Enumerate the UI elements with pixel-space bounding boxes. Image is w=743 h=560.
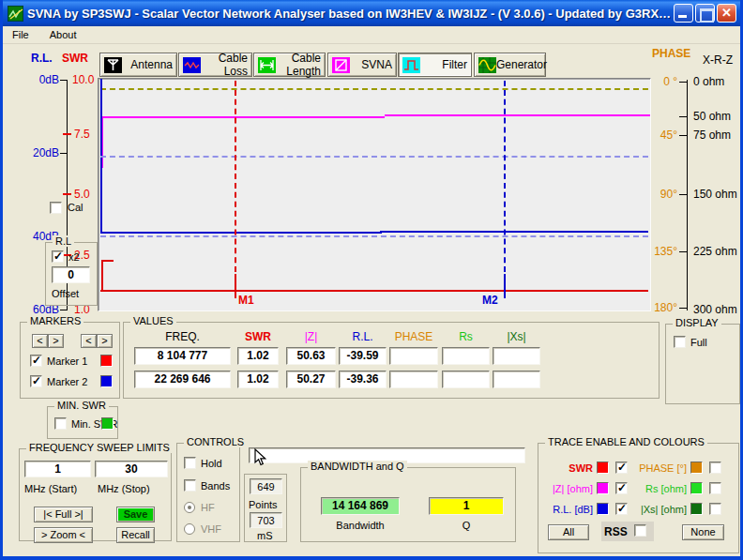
vhf-radio[interactable] (184, 523, 195, 535)
x2-checkbox[interactable] (52, 250, 64, 263)
swr-tick-label: 7.5 (74, 128, 90, 141)
rss-panel: RSS (601, 522, 654, 541)
full-span-button[interactable]: |< Full >| (34, 507, 93, 522)
trace-rl-swatch[interactable] (597, 503, 609, 515)
svna-icon (332, 57, 350, 73)
ohm-tick-label: 150 ohm (693, 188, 737, 201)
marker1-color-swatch[interactable] (100, 355, 113, 367)
sweep-chart[interactable]: M1 M2 (98, 78, 651, 311)
trace-rs-checkbox[interactable] (709, 482, 721, 494)
ohm-tick-label: 50 ohm (693, 110, 731, 123)
min-swr-group: MIN. SWR Min. SWR (47, 406, 118, 439)
hf-radio[interactable] (184, 502, 195, 513)
trace-swr-swatch[interactable] (597, 462, 609, 474)
cable-loss-icon (183, 57, 201, 73)
values-header-freq: FREQ. (134, 330, 231, 343)
trace-z-swatch[interactable] (597, 482, 609, 494)
marker1-checkbox[interactable] (30, 355, 42, 367)
cal-checkbox[interactable] (50, 202, 62, 214)
marker2-tick (504, 274, 506, 298)
trace-none-button[interactable]: None (682, 524, 724, 540)
full-checkbox[interactable] (674, 336, 686, 348)
min-swr-checkbox[interactable] (54, 417, 67, 430)
toolbar-button-cable-loss[interactable]: Cable Loss (178, 53, 252, 77)
marker1-line[interactable] (235, 81, 236, 281)
phase-tick-label: 0 ° (640, 75, 677, 88)
marker2-next-button[interactable]: > (97, 334, 113, 348)
marker2-chart-label: M2 (482, 294, 498, 307)
hf-label: HF (201, 502, 215, 513)
toolbar-button-svna[interactable]: SVNA (327, 53, 397, 77)
hold-checkbox[interactable] (184, 457, 196, 469)
rl-offset-title: R.L (53, 235, 74, 247)
rl-offset-group: R.L x2 0 Offset (45, 242, 98, 306)
toolbar-button-cable-length[interactable]: Cable Length (253, 53, 326, 77)
z-trace (385, 114, 650, 116)
swr-tick-dash (63, 193, 71, 195)
marker1-prev-button[interactable]: < (32, 334, 48, 348)
trace-z-checkbox[interactable] (615, 482, 628, 494)
zoom-button[interactable]: > Zoom < (34, 527, 93, 543)
bands-checkbox[interactable] (184, 479, 196, 492)
toolbar-button-antenna[interactable]: Antenna (99, 53, 177, 77)
minimize-button[interactable] (674, 4, 693, 23)
markers-title: MARKERS (27, 315, 83, 326)
z-trace (100, 116, 385, 118)
hold-label: Hold (201, 458, 222, 469)
right-axis-tick (679, 251, 687, 252)
maximize-button[interactable] (695, 4, 715, 23)
marker2-color-swatch[interactable] (100, 375, 113, 387)
display-title: DISPLAY (673, 317, 721, 328)
q-label: Q (429, 520, 504, 531)
trace-rl-checkbox[interactable] (615, 503, 628, 515)
rss-label: RSS (604, 525, 628, 538)
marker2-checkbox[interactable] (30, 375, 42, 387)
stop-freq-field[interactable]: 30 (95, 461, 168, 477)
trace-rs-swatch[interactable] (690, 482, 703, 494)
phase-tick-label: 180° (640, 301, 677, 314)
left-axis-tick (60, 80, 67, 81)
trace-all-button[interactable]: All (548, 524, 589, 540)
bandwidth-title: BANDWIDTH and Q (308, 461, 407, 472)
title-bar[interactable]: SVNA by SP3SWJ - Scalar Vector Network A… (3, 0, 740, 26)
menu-file[interactable]: File (8, 28, 33, 41)
toolbar-button-filter[interactable]: Filter (398, 53, 472, 77)
marker1-chart-label: M1 (238, 294, 254, 307)
ohm-tick-label: 225 ohm (693, 245, 737, 258)
toolbar-button-generator[interactable]: Generator (474, 53, 546, 77)
trace-swr-checkbox[interactable] (615, 462, 628, 474)
value-rl-2: -39.36 (339, 371, 387, 388)
values-header-rs: Rs (442, 330, 490, 343)
trace-phase-checkbox[interactable] (709, 462, 721, 474)
marker1-next-button[interactable]: > (48, 334, 64, 348)
points-label: Points (249, 499, 278, 510)
start-freq-field[interactable]: 1 (24, 461, 91, 477)
toolbar-label: Filter (420, 58, 467, 71)
marker2-line[interactable] (504, 81, 506, 281)
value-freq-1: 8 104 777 (134, 347, 231, 365)
offset-field[interactable]: 0 (52, 266, 90, 283)
x2-label: x2 (68, 251, 80, 263)
trace-swr-label: SWR (542, 462, 593, 474)
filter-icon (402, 57, 420, 73)
close-button[interactable] (717, 4, 736, 23)
recall-button[interactable]: Recall (116, 527, 155, 543)
trace-xs-swatch[interactable] (690, 503, 703, 515)
menu-about[interactable]: About (46, 28, 81, 41)
value-swr-2: 1.02 (237, 371, 279, 388)
trace-xs-checkbox[interactable] (709, 503, 721, 515)
cable-length-icon (258, 57, 276, 73)
reference-line-periwinkle-2 (100, 235, 648, 237)
value-phase-2 (389, 371, 438, 388)
freq-sweep-title: FREQUENCY SWEEP LIMITS (26, 442, 173, 453)
ohm-tick-label: 300 ohm (693, 303, 737, 316)
mouse-cursor (254, 448, 266, 466)
value-phase-1 (389, 347, 438, 365)
trace-z-label: |Z| [ohm] (542, 483, 593, 494)
trace-enable-title: TRACE ENABLE AND COLOURS (545, 436, 707, 447)
points-group: 649 Points 703 mS (244, 474, 287, 542)
trace-phase-swatch[interactable] (690, 462, 703, 474)
save-button[interactable]: Save (116, 507, 155, 522)
rss-checkbox[interactable] (634, 524, 646, 537)
marker2-prev-button[interactable]: < (81, 334, 97, 348)
